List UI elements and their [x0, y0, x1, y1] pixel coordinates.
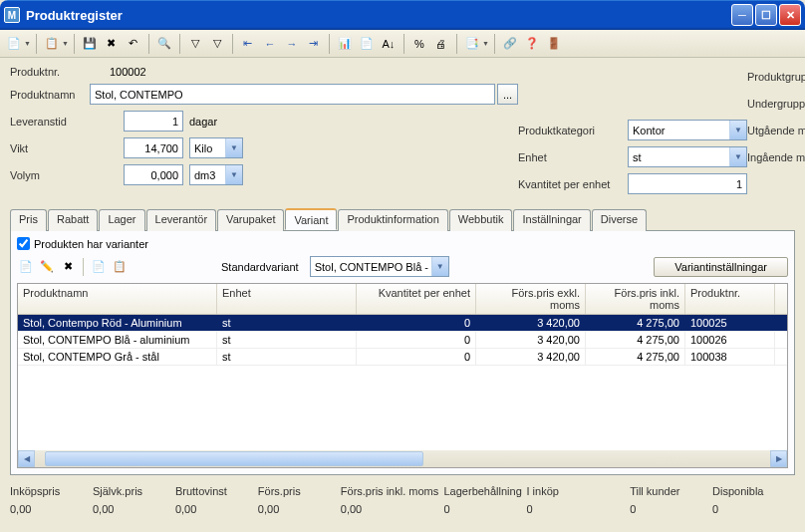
help-icon[interactable]: ❓ — [522, 34, 542, 54]
status-brutto-label: Bruttovinst — [175, 485, 258, 497]
scroll-left-icon[interactable]: ◀ — [18, 450, 35, 467]
app-icon: M — [4, 7, 20, 23]
prev-icon[interactable]: ← — [260, 34, 280, 54]
tab-varupaket[interactable]: Varupaket — [217, 209, 284, 231]
produktgrupp-label: Produktgrupp — [747, 71, 805, 83]
volym-label: Volym — [10, 169, 90, 181]
next-icon[interactable]: → — [282, 34, 302, 54]
list-icon[interactable]: 📋 — [42, 34, 62, 54]
ing-moms-label: Ingående moms — [747, 151, 805, 163]
new-icon[interactable]: 📄 — [4, 34, 24, 54]
produktkategori-combo[interactable]: Kontor▼ — [628, 120, 747, 140]
last-icon[interactable]: ⇥ — [304, 34, 324, 54]
table-row[interactable]: Stol, Contempo Röd - Aluminiumst03 420,0… — [18, 315, 787, 332]
has-variants-checkbox[interactable] — [17, 237, 30, 250]
tab-rabatt[interactable]: Rabatt — [48, 209, 98, 231]
grid-hscroll[interactable]: ◀ ▶ — [18, 450, 787, 467]
variantinstallningar-button[interactable]: Variantinställningar — [654, 257, 788, 277]
titlebar: M Produktregister ─ ☐ ✕ — [0, 0, 805, 30]
delete-variant-icon[interactable]: ✖ — [59, 258, 77, 276]
vikt-unit-combo[interactable]: Kilo▼ — [189, 137, 243, 158]
tabs: Pris Rabatt Lager Leverantör Varupaket V… — [10, 208, 795, 231]
minimize-button[interactable]: ─ — [731, 4, 753, 26]
status-sjalvk: 0,00 — [93, 503, 175, 515]
filter-settings-icon[interactable]: ▽ — [207, 34, 227, 54]
print-icon[interactable]: 🖨 — [431, 34, 451, 54]
grid-header-produktnamn[interactable]: Produktnamn — [18, 284, 217, 314]
undo-icon[interactable]: ↶ — [124, 34, 143, 54]
has-variants-label: Produkten har varianter — [34, 238, 148, 250]
paste-variant-icon[interactable]: 📋 — [111, 258, 129, 276]
tab-variant[interactable]: Variant — [285, 208, 337, 230]
status-iinkop: 0 — [526, 503, 630, 515]
maximize-button[interactable]: ☐ — [755, 4, 777, 26]
status-tillk-label: Till kunder — [630, 485, 712, 497]
cell-enhet: st — [217, 315, 357, 331]
tab-produktinfo[interactable]: Produktinformation — [338, 209, 447, 231]
settings-icon[interactable]: 📑 — [462, 34, 482, 54]
chart-icon[interactable]: 📊 — [335, 34, 355, 54]
produktnamn-input[interactable] — [90, 84, 495, 105]
status-tillk: 0 — [630, 503, 712, 515]
save-icon[interactable]: 💾 — [80, 34, 100, 54]
status-iinkop-label: I inköp — [526, 485, 630, 497]
report-icon[interactable]: 📄 — [357, 34, 377, 54]
cell-inkl: 4 275,00 — [586, 349, 685, 365]
produktnr-value: 100002 — [90, 66, 189, 78]
scroll-thumb[interactable] — [45, 451, 423, 466]
status-brutto: 0,00 — [175, 503, 258, 515]
cell-namn: Stol, CONTEMPO Blå - aluminium — [18, 332, 217, 348]
utg-moms-label: Utgående moms — [747, 125, 805, 136]
table-row[interactable]: Stol, CONTEMPO Grå - stålst03 420,004 27… — [18, 349, 787, 366]
search-icon[interactable]: 🔍 — [154, 34, 174, 54]
cell-namn: Stol, Contempo Röd - Aluminium — [18, 315, 217, 331]
close-button[interactable]: ✕ — [779, 4, 801, 26]
new-variant-icon[interactable]: 📄 — [17, 258, 35, 276]
cell-enhet: st — [217, 349, 357, 365]
tab-diverse[interactable]: Diverse — [592, 209, 647, 231]
cell-exkl: 3 420,00 — [476, 349, 586, 365]
tab-leverantor[interactable]: Leverantör — [146, 209, 217, 231]
tab-lager[interactable]: Lager — [99, 209, 144, 231]
grid-header-pris-inkl[interactable]: Förs.pris inkl. moms — [586, 284, 685, 314]
grid-header-kvantitet[interactable]: Kvantitet per enhet — [357, 284, 476, 314]
tab-webbutik[interactable]: Webbutik — [449, 209, 513, 231]
cell-exkl: 3 420,00 — [476, 332, 586, 348]
cell-enhet: st — [217, 332, 357, 348]
kvantitet-input[interactable] — [628, 173, 747, 194]
cell-inkl: 4 275,00 — [586, 315, 685, 331]
produktnr-label: Produktnr. — [10, 66, 90, 78]
table-row[interactable]: Stol, CONTEMPO Blå - aluminiumst03 420,0… — [18, 332, 787, 349]
vikt-label: Vikt — [10, 142, 90, 154]
filter-icon[interactable]: ▽ — [185, 34, 205, 54]
grid-header-enhet[interactable]: Enhet — [217, 284, 357, 314]
grid-header-produktnr[interactable]: Produktnr. — [685, 284, 775, 314]
percent-icon[interactable]: % — [409, 34, 429, 54]
tab-pris[interactable]: Pris — [10, 209, 47, 231]
kvantitet-label: Kvantitet per enhet — [518, 178, 628, 190]
tab-installningar[interactable]: Inställningar — [513, 209, 590, 231]
delete-icon[interactable]: ✖ — [102, 34, 122, 54]
copy-variant-icon[interactable]: 📄 — [90, 258, 108, 276]
status-disp-label: Disponibla — [712, 485, 795, 497]
volym-unit-combo[interactable]: dm3▼ — [189, 164, 243, 185]
grid-header-pris-exkl[interactable]: Förs.pris exkl. moms — [476, 284, 586, 314]
produktkategori-label: Produktkategori — [518, 125, 628, 136]
exit-icon[interactable]: 🚪 — [544, 34, 564, 54]
leveranstid-input[interactable] — [124, 111, 183, 132]
scroll-right-icon[interactable]: ▶ — [770, 450, 787, 467]
produktnamn-browse-button[interactable]: ... — [497, 84, 518, 105]
sort-icon[interactable]: A↓ — [379, 34, 399, 54]
undergrupp-label: Undergrupp — [747, 98, 805, 110]
cell-pnr: 100025 — [685, 315, 775, 331]
edit-variant-icon[interactable]: ✏️ — [38, 258, 56, 276]
enhet-combo[interactable]: st▼ — [628, 146, 747, 167]
first-icon[interactable]: ⇤ — [238, 34, 258, 54]
status-forspris-label: Förs.pris — [258, 485, 341, 497]
volym-input[interactable] — [124, 164, 183, 185]
leveranstid-label: Leveranstid — [10, 116, 90, 128]
link-icon[interactable]: 🔗 — [500, 34, 520, 54]
standardvariant-combo[interactable]: Stol, CONTEMPO Blå - al▼ — [310, 256, 449, 277]
cell-pnr: 100038 — [685, 349, 775, 365]
vikt-input[interactable] — [124, 137, 183, 158]
